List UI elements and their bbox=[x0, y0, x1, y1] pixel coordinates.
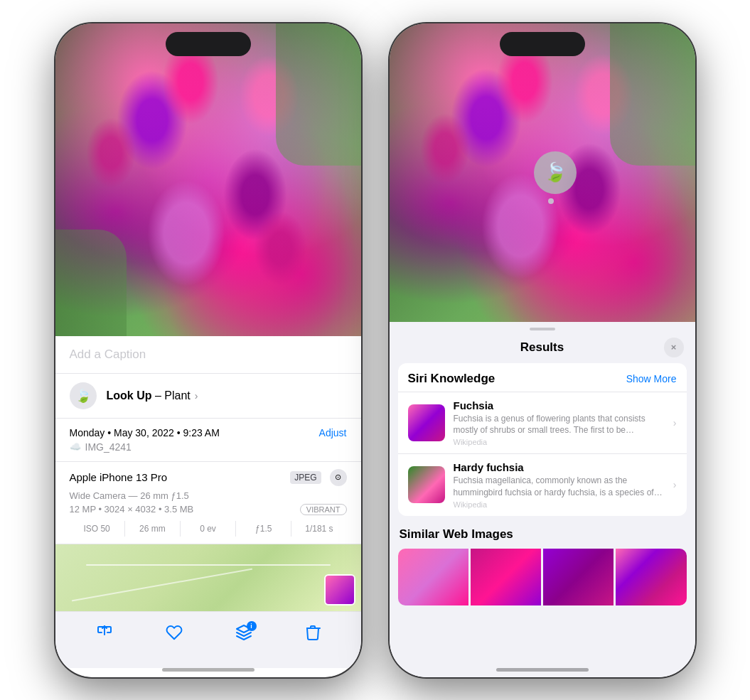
exif-aperture: ƒ1.5 bbox=[236, 521, 291, 537]
hardy-fuchsia-content: Hardy fuchsia Fuchsia magellanica, commo… bbox=[454, 461, 665, 509]
hardy-fuchsia-description: Fuchsia magellanica, commonly known as t… bbox=[454, 475, 665, 499]
share-button[interactable] bbox=[96, 624, 113, 641]
info-badge: i bbox=[247, 621, 257, 631]
results-scroll[interactable]: Siri Knowledge Show More Fuchsia Fuchsia… bbox=[390, 363, 695, 668]
info-button[interactable]: i bbox=[235, 624, 252, 641]
similar-image-4[interactable] bbox=[616, 549, 686, 605]
similar-images-grid bbox=[398, 549, 687, 605]
fuchsia-item[interactable]: Fuchsia Fuchsia is a genus of flowering … bbox=[398, 392, 687, 454]
siri-icon: 🍃 bbox=[70, 382, 97, 409]
left-phone: Add a Caption 🍃 Look Up – Plant › Monday… bbox=[55, 23, 361, 677]
favorite-button[interactable] bbox=[166, 624, 183, 641]
vibrant-badge: VIBRANT bbox=[300, 504, 347, 515]
fuchsia-name: Fuchsia bbox=[454, 399, 665, 411]
similar-title: Similar Web Images bbox=[398, 527, 687, 542]
siri-knowledge-section: Siri Knowledge Show More Fuchsia Fuchsia… bbox=[398, 363, 687, 516]
fuchsia-source: Wikipedia bbox=[454, 438, 665, 446]
caption-placeholder[interactable]: Add a Caption bbox=[70, 348, 146, 361]
show-more-button[interactable]: Show More bbox=[626, 373, 677, 384]
dynamic-island bbox=[166, 32, 251, 56]
filename: IMG_4241 bbox=[85, 441, 132, 453]
chevron-right-icon-2: › bbox=[673, 479, 677, 490]
lookup-label[interactable]: Look Up – Plant › bbox=[107, 389, 198, 402]
right-screen: 🍃 Results × Siri Knowledge Show More bbox=[390, 23, 695, 677]
photo-area[interactable] bbox=[55, 23, 361, 336]
exif-ev: 0 ev bbox=[181, 521, 236, 537]
hardy-fuchsia-name: Hardy fuchsia bbox=[454, 461, 665, 473]
exif-iso: ISO 50 bbox=[70, 521, 125, 537]
results-panel: Results × Siri Knowledge Show More bbox=[390, 322, 695, 677]
camera-detail: Wide Camera — 26 mm ƒ1.5 bbox=[70, 490, 347, 501]
map-road-1 bbox=[86, 564, 331, 566]
map-road-2 bbox=[72, 569, 252, 602]
left-screen: Add a Caption 🍃 Look Up – Plant › Monday… bbox=[55, 23, 361, 677]
siri-float-button[interactable]: 🍃 bbox=[534, 151, 577, 194]
siri-dot bbox=[548, 198, 554, 204]
siri-knowledge-title: Siri Knowledge bbox=[408, 372, 495, 386]
exif-focal: 26 mm bbox=[125, 521, 181, 537]
photo-date: Monday • May 30, 2022 • 9:23 AM bbox=[70, 427, 220, 438]
format-badge: JPEG bbox=[290, 471, 321, 484]
close-button[interactable]: × bbox=[664, 338, 684, 357]
bottom-toolbar: i bbox=[55, 611, 361, 668]
similar-image-1[interactable] bbox=[398, 549, 468, 605]
lookup-subject: Plant bbox=[164, 389, 190, 402]
hardy-fuchsia-source: Wikipedia bbox=[454, 500, 665, 509]
similar-section: Similar Web Images bbox=[398, 527, 687, 605]
device-name: Apple iPhone 13 Pro bbox=[70, 471, 168, 483]
exif-row: ISO 50 26 mm 0 ev ƒ1.5 1/181 s bbox=[70, 521, 347, 537]
adjust-button[interactable]: Adjust bbox=[319, 427, 347, 438]
caption-area[interactable]: Add a Caption bbox=[55, 336, 361, 374]
fuchsia-thumbnail bbox=[408, 404, 445, 441]
home-indicator bbox=[162, 668, 255, 672]
chevron-right-icon: › bbox=[192, 390, 198, 402]
cloud-icon: ☁️ bbox=[70, 441, 81, 452]
results-header: Results × bbox=[390, 330, 695, 363]
lookup-text: Look Up bbox=[107, 389, 152, 402]
similar-image-2[interactable] bbox=[471, 549, 541, 605]
chevron-right-icon-1: › bbox=[673, 417, 677, 429]
dynamic-island-right bbox=[500, 32, 585, 56]
delete-button[interactable] bbox=[305, 624, 321, 641]
leaf-icon: 🍃 bbox=[75, 388, 91, 404]
lookup-section[interactable]: 🍃 Look Up – Plant › bbox=[55, 374, 361, 419]
file-info: ☁️ IMG_4241 bbox=[70, 441, 347, 453]
location-icon: ⊙ bbox=[330, 469, 347, 486]
mp-info: 12 MP • 3024 × 4032 • 3.5 MB bbox=[70, 504, 194, 515]
map-area[interactable] bbox=[55, 544, 361, 611]
right-phone: 🍃 Results × Siri Knowledge Show More bbox=[390, 23, 695, 677]
photo-thumbnail bbox=[324, 574, 355, 605]
fuchsia-content: Fuchsia Fuchsia is a genus of flowering … bbox=[454, 399, 665, 447]
device-section: Apple iPhone 13 Pro JPEG ⊙ Wide Camera —… bbox=[55, 462, 361, 544]
similar-image-3[interactable] bbox=[543, 549, 614, 605]
metadata-section: Monday • May 30, 2022 • 9:23 AM Adjust ☁… bbox=[55, 419, 361, 462]
flower-photo bbox=[55, 23, 361, 336]
fuchsia-description: Fuchsia is a genus of flowering plants t… bbox=[454, 413, 665, 437]
home-indicator-right bbox=[496, 668, 589, 672]
siri-knowledge-header: Siri Knowledge Show More bbox=[398, 363, 687, 386]
hardy-fuchsia-item[interactable]: Hardy fuchsia Fuchsia magellanica, commo… bbox=[398, 453, 687, 516]
right-photo-area: 🍃 bbox=[390, 23, 695, 322]
hardy-fuchsia-thumbnail bbox=[408, 466, 445, 503]
exif-shutter: 1/181 s bbox=[291, 521, 346, 537]
results-title: Results bbox=[421, 340, 664, 355]
